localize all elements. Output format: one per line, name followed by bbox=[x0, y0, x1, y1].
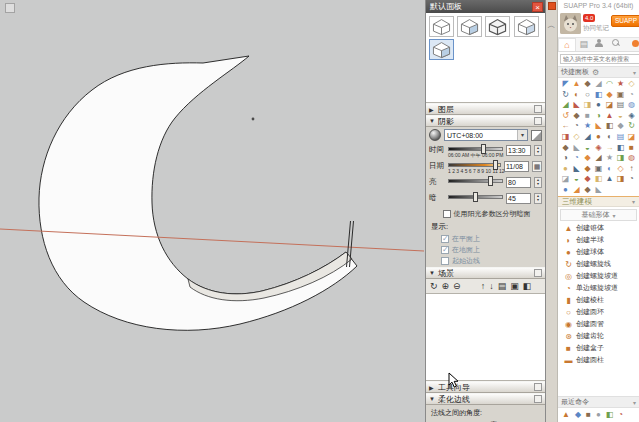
add-scene-icon[interactable]: ⊕ bbox=[442, 281, 450, 291]
plugin-icon[interactable]: ◧ bbox=[615, 143, 626, 154]
plugin-icon[interactable]: ◆ bbox=[582, 79, 593, 90]
recent-command-icon[interactable]: ● bbox=[596, 410, 601, 422]
command-item[interactable]: ■创建盒子 bbox=[558, 342, 639, 354]
plugin-icon[interactable]: ◔ bbox=[626, 90, 637, 101]
view-options-icon[interactable]: ▤ bbox=[498, 281, 507, 291]
tray-titlebar[interactable]: 默认面板 × bbox=[426, 0, 545, 13]
section-header-layers[interactable]: ▶ 图层 bbox=[426, 103, 545, 115]
dark-spinner[interactable]: ▴▾ bbox=[534, 193, 542, 204]
quick-panel-bar[interactable]: 快捷面板 ⚙ ▾ bbox=[558, 66, 639, 78]
collapse-arrow-icon[interactable]: ▼ bbox=[429, 118, 435, 124]
plugin-icon[interactable]: ★ bbox=[604, 153, 615, 164]
plugin-icon[interactable]: ◧ bbox=[593, 174, 604, 185]
plugin-icon[interactable]: ◪ bbox=[626, 132, 637, 143]
plugin-icon[interactable]: ◨ bbox=[615, 153, 626, 164]
plugin-icon[interactable]: ◒ bbox=[582, 143, 593, 154]
plugin-icon[interactable]: ◆ bbox=[582, 164, 593, 175]
plugin-icon[interactable]: ◢ bbox=[560, 100, 571, 111]
chevron-down-icon[interactable]: ▾ bbox=[633, 399, 636, 406]
command-item[interactable]: ◔单边螺旋坡道 bbox=[558, 282, 639, 294]
recent-command-icon[interactable]: ◧ bbox=[606, 410, 614, 422]
style-thumbnail[interactable] bbox=[485, 16, 510, 37]
command-item[interactable]: ▲创建锥体 bbox=[558, 222, 639, 234]
scene-settings-icon[interactable]: ◧ bbox=[523, 281, 532, 291]
calendar-icon[interactable]: ▦ bbox=[532, 161, 542, 172]
time-value-field[interactable]: 13:30 bbox=[506, 145, 531, 156]
plugin-icon[interactable]: ▣ bbox=[593, 164, 604, 175]
date-value-field[interactable]: 11/08 bbox=[504, 161, 529, 172]
command-item[interactable]: ◎创建螺旋坡道 bbox=[558, 270, 639, 282]
plugin-icon[interactable]: ◆ bbox=[615, 121, 626, 132]
plugin-icon[interactable]: ◣ bbox=[571, 100, 582, 111]
plugin-icon[interactable]: ★ bbox=[582, 121, 593, 132]
plugin-icon[interactable]: ◣ bbox=[593, 121, 604, 132]
time-spinner[interactable]: ▴▾ bbox=[534, 145, 542, 156]
plugin-icon[interactable]: ◪ bbox=[560, 174, 571, 185]
plugin-icon[interactable]: ◍ bbox=[626, 100, 637, 111]
plugin-icon[interactable]: ● bbox=[593, 132, 604, 143]
plugin-icon[interactable]: ▲ bbox=[604, 174, 615, 185]
section-header-soften-edges[interactable]: ▼ 柔化边线 bbox=[426, 393, 545, 405]
command-item[interactable]: ⊛创建齿轮 bbox=[558, 330, 639, 342]
plugin-icon[interactable]: ◨ bbox=[615, 174, 626, 185]
plugin-icon[interactable]: ▤ bbox=[615, 132, 626, 143]
command-item[interactable]: ◗创建半球 bbox=[558, 234, 639, 246]
date-slider[interactable]: 1 2 3 4 5 6 7 8 9 10 11 12 bbox=[448, 159, 501, 173]
plugin-icon[interactable]: ◠ bbox=[604, 79, 615, 90]
style-thumbnail[interactable] bbox=[514, 16, 539, 37]
plugin-icon[interactable]: ◢ bbox=[582, 132, 593, 143]
plugin-icon[interactable]: ▲ bbox=[604, 111, 615, 122]
plugin-icon[interactable]: ■ bbox=[582, 111, 593, 122]
plugin-icon[interactable]: ◐ bbox=[604, 132, 615, 143]
plugin-icon[interactable]: ▤ bbox=[615, 100, 626, 111]
section-menu-button[interactable] bbox=[534, 269, 542, 277]
use-sun-option[interactable]: 使用阳光参数区分明暗面 bbox=[431, 209, 542, 219]
plugin-icon[interactable]: ← bbox=[560, 121, 571, 132]
recent-commands-bar[interactable]: 最近命令 ▾ bbox=[558, 396, 639, 408]
section-menu-button[interactable] bbox=[534, 395, 542, 403]
user-card[interactable]: 4.0 协同笔记 SUAPP 3+ bbox=[558, 12, 639, 37]
modeling-viewport[interactable] bbox=[0, 0, 425, 422]
plugin-icon[interactable]: ◒ bbox=[615, 111, 626, 122]
plugin-icon[interactable]: ▲ bbox=[571, 79, 582, 90]
tab-home[interactable]: ⌂ bbox=[558, 38, 576, 51]
plugin-icon[interactable]: ↑ bbox=[626, 164, 637, 175]
style-thumbnail[interactable] bbox=[429, 16, 454, 37]
section-header-scenes[interactable]: ▼ 场景 bbox=[426, 267, 545, 279]
time-slider[interactable]: 06:00 AM 中午 06:00 PM bbox=[448, 143, 503, 157]
command-item[interactable]: ↻创建螺旋线 bbox=[558, 258, 639, 270]
plugin-icon[interactable]: ◧ bbox=[604, 121, 615, 132]
collapse-arrow-icon[interactable]: ▼ bbox=[429, 396, 435, 402]
plugin-icon[interactable]: ● bbox=[560, 164, 571, 175]
plugin-icon[interactable]: ● bbox=[560, 185, 571, 196]
shadow-toggle-icon[interactable] bbox=[429, 129, 441, 141]
chevron-down-icon[interactable]: ▾ bbox=[633, 69, 636, 76]
dark-slider[interactable] bbox=[448, 191, 503, 205]
show-details-icon[interactable]: ▣ bbox=[510, 281, 519, 291]
plugin-icon[interactable]: ↻ bbox=[560, 90, 571, 101]
plugin-icon[interactable]: ◣ bbox=[571, 143, 582, 154]
category-header[interactable]: 三维建模 ▾ bbox=[558, 196, 639, 207]
command-item[interactable]: ◉创建圆管 bbox=[558, 318, 639, 330]
plugin-icon[interactable]: ◤ bbox=[560, 79, 571, 90]
tab-user[interactable] bbox=[592, 38, 608, 51]
section-menu-button[interactable] bbox=[534, 117, 542, 125]
style-thumbnail[interactable] bbox=[457, 16, 482, 37]
plugin-icon[interactable]: ◇ bbox=[626, 79, 637, 90]
command-item[interactable]: ▬创建圆柱 bbox=[558, 354, 639, 366]
plugin-icon[interactable]: ◒ bbox=[571, 174, 582, 185]
plugin-icon[interactable]: ◢ bbox=[593, 153, 604, 164]
gear-icon[interactable]: ⚙ bbox=[592, 68, 599, 77]
plugin-icon[interactable]: ◢ bbox=[571, 185, 582, 196]
user-text[interactable]: 协同笔记 bbox=[583, 24, 609, 33]
tab-more[interactable] bbox=[623, 38, 639, 51]
section-menu-button[interactable] bbox=[534, 105, 542, 113]
update-scene-icon[interactable]: ↻ bbox=[430, 281, 438, 291]
collapse-arrow-icon[interactable]: ▼ bbox=[429, 270, 435, 276]
light-value-field[interactable]: 80 bbox=[506, 177, 531, 188]
chevron-down-icon[interactable]: ▾ bbox=[517, 130, 527, 140]
checkbox[interactable] bbox=[441, 257, 449, 265]
chevron-down-icon[interactable]: ▾ bbox=[632, 198, 635, 205]
plugin-icon[interactable]: ◑ bbox=[593, 111, 604, 122]
plugin-icon[interactable]: ↺ bbox=[560, 111, 571, 122]
